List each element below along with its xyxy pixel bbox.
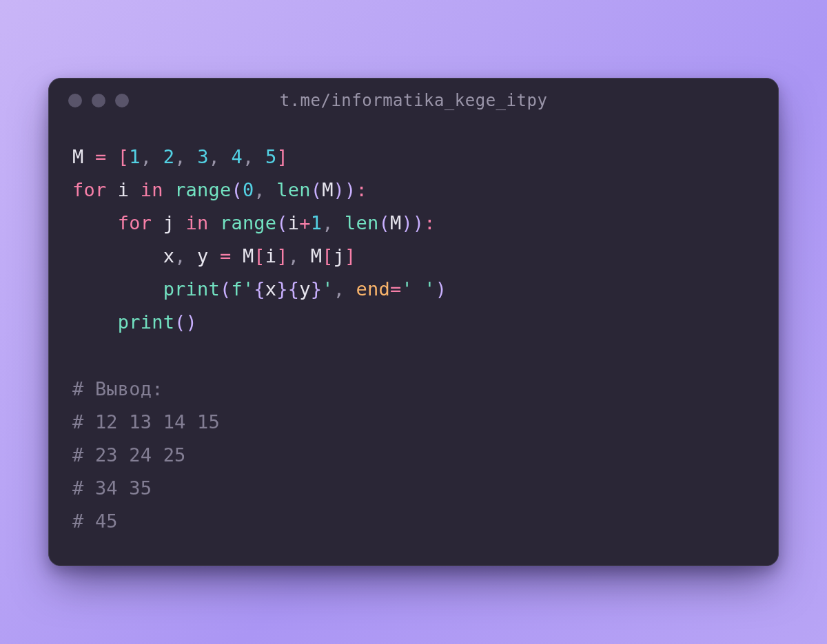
code-line: # 45 [72, 505, 755, 538]
code-token: i [265, 245, 276, 267]
code-token: , [322, 212, 333, 233]
code-token: # 34 35 [72, 477, 152, 499]
code-token: M [72, 146, 95, 167]
code-token: len [276, 179, 310, 200]
code-token: in [186, 212, 209, 233]
code-line: # 23 24 25 [72, 439, 755, 472]
code-token: len [345, 212, 378, 233]
code-token: ) [436, 278, 447, 300]
code-line: x, y = M[i], M[j] [72, 240, 755, 273]
code-line: # Вывод: [72, 373, 755, 406]
code-token: ' ' [401, 278, 435, 300]
code-token: y [186, 245, 220, 267]
code-token [106, 146, 117, 167]
code-token: : [356, 179, 367, 200]
code-token: , [254, 179, 265, 200]
code-token: { [288, 278, 299, 300]
code-token: range [220, 212, 276, 233]
code-token [345, 278, 356, 300]
code-token: i [288, 212, 299, 233]
code-token: + [299, 212, 310, 233]
code-token: ] [276, 146, 287, 167]
code-token: ' [322, 278, 333, 300]
code-token [265, 179, 276, 200]
code-block: M = [1, 2, 3, 4, 5]for i in range(0, len… [49, 123, 778, 565]
code-token: } [311, 278, 322, 300]
code-token: ] [276, 245, 287, 267]
code-token: ( [220, 278, 231, 300]
code-token: ( [311, 179, 322, 200]
code-token: 4 [232, 146, 243, 167]
code-token: = [220, 245, 231, 267]
code-token: )) [334, 179, 356, 200]
code-line: # 34 35 [72, 472, 755, 505]
code-token: M [231, 245, 254, 267]
code-token: print [163, 278, 220, 300]
close-icon[interactable] [68, 94, 82, 107]
code-window: t.me/informatika_kege_itpy M = [1, 2, 3,… [48, 78, 779, 566]
code-token: , [174, 245, 185, 267]
code-token: } [276, 278, 287, 300]
code-token: f [231, 278, 242, 300]
code-line: print() [72, 306, 755, 339]
code-token: for [72, 179, 106, 200]
code-token: # Вывод: [72, 378, 163, 399]
code-token [186, 146, 197, 167]
code-line: for i in range(0, len(M)): [72, 174, 755, 207]
code-token: print [118, 311, 174, 333]
code-token: j [334, 245, 345, 267]
code-token [209, 212, 220, 233]
traffic-lights [68, 94, 129, 107]
code-token: ] [345, 245, 356, 267]
code-token: end [356, 278, 390, 300]
code-token [254, 146, 265, 167]
code-token: 1 [311, 212, 322, 233]
code-token: range [174, 179, 231, 200]
code-token: [ [254, 245, 265, 267]
code-line: # 12 13 14 15 [72, 406, 755, 439]
code-token [334, 212, 345, 233]
code-token: for [118, 212, 152, 233]
code-token: [ [322, 245, 333, 267]
code-token: , [174, 146, 185, 167]
code-token: , [243, 146, 254, 167]
code-token: )) [401, 212, 424, 233]
window-title: t.me/informatika_kege_itpy [49, 91, 778, 110]
code-token: M [299, 245, 322, 267]
code-token [163, 179, 174, 200]
code-token: i [106, 179, 140, 200]
code-token: : [424, 212, 435, 233]
code-token: , [141, 146, 152, 167]
code-token: = [390, 278, 401, 300]
code-token: , [209, 146, 220, 167]
code-token: , [334, 278, 345, 300]
code-line: print(f'{x}{y}', end=' ') [72, 273, 755, 306]
code-token: in [141, 179, 163, 200]
code-token: () [174, 311, 197, 333]
code-token: # 45 [72, 510, 118, 532]
code-token [152, 146, 163, 167]
code-token: # 12 13 14 15 [72, 411, 220, 433]
code-token: x [163, 245, 174, 267]
code-token: # 23 24 25 [72, 444, 186, 466]
code-token: 3 [197, 146, 208, 167]
code-token: 2 [163, 146, 174, 167]
code-line: for j in range(i+1, len(M)): [72, 207, 755, 240]
code-token [220, 146, 231, 167]
maximize-icon[interactable] [115, 94, 129, 107]
code-token: M [390, 212, 401, 233]
code-token: 5 [265, 146, 276, 167]
code-token: 1 [129, 146, 140, 167]
code-token: [ [118, 146, 129, 167]
code-token: j [152, 212, 185, 233]
code-token: , [288, 245, 299, 267]
minimize-icon[interactable] [92, 94, 105, 107]
code-line: M = [1, 2, 3, 4, 5] [72, 141, 755, 174]
titlebar: t.me/informatika_kege_itpy [49, 79, 778, 123]
code-token: ( [378, 212, 389, 233]
code-token: = [95, 146, 106, 167]
code-token: ( [276, 212, 287, 233]
code-token: M [322, 179, 333, 200]
code-token: 0 [243, 179, 254, 200]
code-line [72, 340, 755, 373]
